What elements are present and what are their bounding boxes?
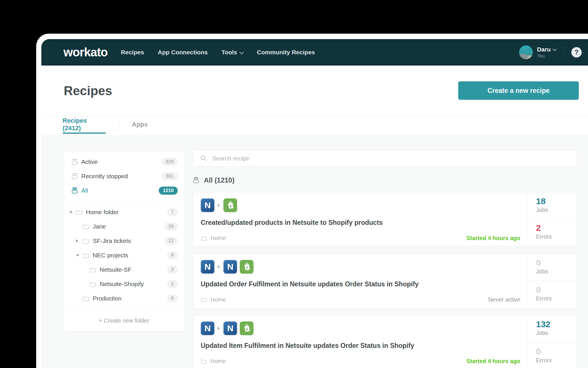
recipe-folder-label: Home <box>210 235 226 241</box>
recipe-title[interactable]: Created/updated products in Netsuite to … <box>201 219 383 227</box>
nav-item-app-connections[interactable]: App Connections <box>158 49 208 56</box>
folder-label: SF-Jira tickets <box>93 237 131 244</box>
errors-label: Errors <box>536 357 576 364</box>
nav-item-recipes[interactable]: Recipes <box>121 49 144 56</box>
svg-text:S: S <box>246 266 248 270</box>
errors-count: 0 <box>536 347 576 356</box>
jobs-label: Jobs <box>536 207 576 213</box>
content-area: Active 829 Recently stopped 381 All 1210 <box>41 135 588 368</box>
folder-item-sf-jira-tickets[interactable]: SF-Jira tickets 12 <box>64 234 184 248</box>
folder-label: Production <box>93 295 121 302</box>
sidebar-item-label: All <box>81 187 88 194</box>
recipe-folder-label: Home <box>210 296 226 303</box>
chevron-down-icon <box>239 50 244 54</box>
caret-down-icon[interactable] <box>76 254 81 256</box>
folder-item-netsuite-sf[interactable]: Netsuite-SF 3 <box>64 262 184 277</box>
folder-icon <box>201 358 208 364</box>
recipe-title[interactable]: Updated Item Fulfilment in Netsuite upda… <box>201 342 414 350</box>
netsuite-letter: N <box>204 323 211 333</box>
netsuite-app-icon: N <box>201 321 214 335</box>
tab-separator <box>119 119 119 132</box>
arrow-right-icon <box>218 265 220 269</box>
help-button[interactable]: ? <box>571 47 582 57</box>
count-badge: 829 <box>162 158 178 166</box>
recipe-folder-link[interactable]: Home <box>201 357 226 365</box>
svg-text:S: S <box>229 204 232 208</box>
folder-icon <box>82 223 89 230</box>
folder-icon <box>201 296 208 303</box>
sidebar: Active 829 Recently stopped 381 All 1210 <box>64 151 184 332</box>
recipe-card-main: N N S Updated Item Fulfilment in Netsuit… <box>193 315 528 368</box>
folder-item-home-folder[interactable]: Home folder 7 <box>64 205 184 219</box>
errors-cell: 2 Errors <box>528 219 576 246</box>
top-navbar: workato Recipes App Connections Tools Co… <box>41 39 588 66</box>
jobs-label: Jobs <box>536 268 576 275</box>
recipe-status: Never active <box>488 296 520 303</box>
user-menu[interactable]: Daru You <box>537 46 556 59</box>
svg-text:S: S <box>246 327 248 331</box>
jobs-count: 0 <box>536 258 576 267</box>
folder-label: Netsuite-SF <box>100 266 131 273</box>
tabs-divider-line <box>42 116 588 116</box>
folder-item-netsuite-shopify[interactable]: Netsuite-Shopify 5 <box>64 277 184 291</box>
errors-label: Errors <box>536 233 576 240</box>
recipe-folder-label: Home <box>210 358 226 365</box>
caret-down-icon[interactable] <box>69 211 74 213</box>
recipe-card[interactable]: N N S Updated Item Fulfilment in Netsuit… <box>193 315 577 368</box>
count-badge: 1210 <box>159 187 178 195</box>
shopify-app-icon: S <box>240 260 254 274</box>
recipe-folder-link[interactable]: Home <box>201 234 226 242</box>
search-bar <box>193 150 577 166</box>
recipe-folder-link[interactable]: Home <box>201 296 226 303</box>
errors-count: 2 <box>536 223 576 233</box>
recipe-status: Started 4 hours ago <box>466 235 520 241</box>
recipe-card[interactable]: N S Created/updated products in Netsuite… <box>193 192 577 246</box>
sidebar-item-all[interactable]: All 1210 <box>64 183 184 198</box>
count-badge: 5 <box>167 280 178 288</box>
folder-icon <box>89 281 96 287</box>
netsuite-letter: N <box>204 262 211 272</box>
user-name: Daru <box>537 46 551 53</box>
avatar[interactable] <box>519 45 533 59</box>
folder-item-nec-projects[interactable]: NEC projects 8 <box>64 248 184 262</box>
caret-right-icon[interactable] <box>76 239 81 243</box>
netsuite-app-icon: N <box>223 321 237 335</box>
recipe-stats: 0 Jobs 0 Errors <box>528 254 576 308</box>
recipe-jar-icon <box>71 159 78 165</box>
nav-item-community-recipes[interactable]: Community Recipes <box>257 49 315 56</box>
folder-icon <box>76 209 82 215</box>
user-role: You <box>537 53 556 59</box>
divider <box>564 46 564 58</box>
folder-label: NEC projects <box>93 252 128 259</box>
recipe-card[interactable]: N N S Updated Order Fulfilment in Netsui… <box>193 254 577 308</box>
count-badge: 381 <box>162 172 178 180</box>
tab-recipes[interactable]: Recipes (2412) <box>63 116 106 134</box>
navbar-right: Daru You ? <box>519 45 582 59</box>
netsuite-letter: N <box>204 200 211 210</box>
jobs-cell: 0 Jobs <box>528 254 576 281</box>
search-input[interactable] <box>212 155 577 162</box>
jobs-cell: 18 Jobs <box>528 192 576 219</box>
nav-item-tools[interactable]: Tools <box>221 49 243 56</box>
sidebar-item-recently-stopped[interactable]: Recently stopped 381 <box>64 169 184 183</box>
app-window: workato Recipes App Connections Tools Co… <box>36 34 588 368</box>
workato-logo[interactable]: workato <box>63 45 108 59</box>
tab-apps[interactable]: Apps <box>131 116 149 133</box>
search-icon <box>200 155 207 162</box>
list-header-label: All (1210) <box>204 176 235 184</box>
count-badge: 7 <box>167 208 178 216</box>
jobs-count: 132 <box>536 320 576 329</box>
page-title: Recipes <box>64 84 112 98</box>
create-folder-button[interactable]: + Create new folder <box>64 310 184 331</box>
jobs-label: Jobs <box>536 330 576 336</box>
recipe-title[interactable]: Updated Order Fulfilment in Netsuite upd… <box>201 280 419 288</box>
folder-label: Jane <box>93 223 106 230</box>
count-badge: 8 <box>167 251 178 259</box>
sidebar-item-label: Recently stopped <box>81 173 128 180</box>
arrow-right-icon <box>218 204 220 207</box>
count-badge: 3 <box>167 266 178 274</box>
folder-item-production[interactable]: Production 6 <box>64 291 184 306</box>
folder-item-jane[interactable]: Jane 29 <box>64 219 184 234</box>
sidebar-item-active[interactable]: Active 829 <box>64 155 184 169</box>
create-recipe-button[interactable]: Create a new recipe <box>458 81 579 100</box>
